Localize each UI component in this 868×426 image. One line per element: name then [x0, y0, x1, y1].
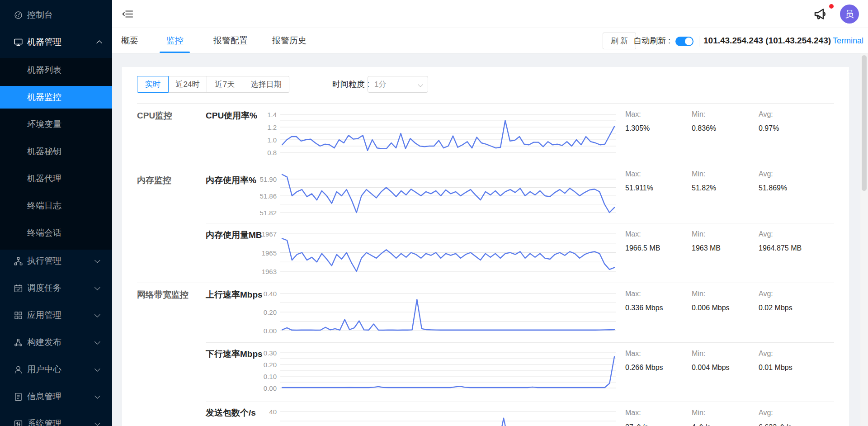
terminal-link[interactable]: Terminal: [833, 28, 863, 53]
sidebar-item-label: 系统管理: [27, 418, 61, 426]
auto-refresh-label: 自动刷新 :: [633, 28, 670, 53]
sidebar-item-env-vars[interactable]: 环境变量: [0, 113, 112, 136]
monitor-row-2: 内存使用量MB196719651963Max:1966.5 MBMin:1963…: [122, 223, 849, 283]
sidebar-item-app-management[interactable]: 应用管理: [0, 304, 112, 327]
sidebar-item-exec-management[interactable]: 执行管理: [0, 250, 112, 272]
max-value: 0.266 Mbps: [625, 364, 663, 372]
max-value: 27 个/s: [625, 423, 648, 426]
chevron-down-icon: [94, 312, 100, 317]
group-label: CPU监控: [137, 110, 172, 122]
monitor-row-4: 下行速率Mbps0.300.200.100.00Max:0.266 MbpsMi…: [122, 342, 849, 402]
avg-label: Avg:: [759, 170, 773, 178]
toggle-knob: [685, 38, 693, 45]
y-tick: 1.2: [267, 123, 277, 131]
console-icon: [14, 10, 24, 20]
max-label: Max:: [625, 290, 641, 298]
sidebar-item-schedule-tasks[interactable]: 调度任务: [0, 277, 112, 299]
row-divider: [206, 402, 834, 402]
y-tick: 0.00: [264, 327, 277, 335]
max-label: Max:: [625, 170, 641, 178]
min-label: Min:: [692, 230, 705, 238]
tab-监控[interactable]: 监控: [166, 28, 184, 53]
sidebar-item-label: 应用管理: [27, 309, 61, 321]
y-tick: 1963: [262, 268, 277, 275]
tab-概要[interactable]: 概要: [121, 28, 138, 53]
divider: [825, 36, 825, 47]
sidebar-item-label: 环境变量: [27, 118, 61, 130]
sidebar-item-system-management[interactable]: 系统管理: [0, 412, 112, 426]
sidebar-item-user-center[interactable]: 用户中心: [0, 358, 112, 381]
time-range-group: 实时近24时近7天选择日期: [137, 76, 289, 93]
y-tick: 1965: [262, 249, 277, 256]
min-value: 1963 MB: [692, 244, 721, 252]
min-value: 51.82%: [692, 184, 716, 192]
min-value: 0.836%: [692, 124, 716, 133]
sidebar-item-terminal-sessions[interactable]: 终端会话: [0, 222, 112, 244]
tab-报警配置[interactable]: 报警配置: [213, 28, 248, 53]
scrollbar-thumb[interactable]: [862, 55, 867, 191]
sidebar-item-label: 机器列表: [27, 64, 61, 76]
avg-label: Avg:: [759, 290, 773, 298]
monitor-card: 实时近24时近7天选择日期 时间粒度 : 1分 CPU监控CPU使用率%1.41…: [122, 67, 849, 426]
avg-label: Avg:: [759, 350, 773, 358]
y-tick: 0.8: [267, 149, 277, 156]
top-header: 员: [112, 0, 868, 28]
sidebar-item-info-management[interactable]: 信息管理: [0, 385, 112, 408]
line-chart-2: [280, 230, 616, 275]
sidebar-item-machine-keys[interactable]: 机器秘钥: [0, 140, 112, 163]
chevron-down-icon: [94, 284, 100, 290]
avg-value: 6.633 个/s: [759, 423, 792, 426]
granularity-value: 1分: [374, 80, 386, 89]
metric-label: 内存使用量MB: [206, 229, 262, 241]
sidebar-item-terminal-logs[interactable]: 终端日志: [0, 194, 112, 217]
avatar[interactable]: 员: [840, 5, 859, 24]
refresh-button[interactable]: 刷 新: [603, 33, 636, 49]
row-divider: [206, 223, 834, 223]
min-value: 0.006 Mbps: [692, 304, 730, 312]
line-chart-5: [280, 408, 616, 426]
sidebar-item-machine-list[interactable]: 机器列表: [0, 59, 112, 81]
sidebar-item-label: 机器代理: [27, 173, 61, 185]
monitor-row-1: 内存监控内存使用率%51.9051.8651.82Max:51.911%Min:…: [122, 163, 849, 223]
metric-label: 下行速率Mbps: [206, 348, 263, 360]
line-chart-1: [280, 175, 616, 216]
chevron-down-icon: [94, 339, 100, 345]
active-tab-underline: [160, 52, 190, 53]
y-tick: 1967: [262, 230, 277, 238]
app-management-icon: [14, 310, 24, 320]
y-tick: 0.40: [264, 290, 277, 298]
sidebar-item-label: 终端日志: [27, 200, 61, 212]
granularity-select[interactable]: 1分: [368, 76, 428, 93]
range-button-近7天[interactable]: 近7天: [207, 76, 243, 93]
metric-label: 内存使用率%: [206, 175, 256, 186]
range-button-选择日期[interactable]: 选择日期: [243, 76, 289, 93]
range-button-实时[interactable]: 实时: [137, 76, 169, 93]
vertical-scrollbar[interactable]: [860, 53, 868, 426]
machine-management-submenu: 机器列表机器监控环境变量机器秘钥机器代理终端日志终端会话: [0, 58, 112, 250]
y-tick: 0.20: [264, 361, 277, 369]
sidebar-item-label: 机器监控: [27, 91, 61, 103]
max-label: Max:: [625, 230, 641, 238]
y-tick: 40: [269, 408, 277, 416]
sidebar-item-machine-management[interactable]: 机器管理: [0, 31, 112, 53]
tab-报警历史[interactable]: 报警历史: [272, 28, 307, 53]
sidebar-item-machine-monitor[interactable]: 机器监控: [0, 86, 112, 109]
max-value: 1966.5 MB: [625, 244, 660, 252]
notification-megaphone-icon[interactable]: [812, 6, 830, 23]
collapse-sidebar-icon[interactable]: [122, 8, 134, 20]
sidebar-item-machine-agent[interactable]: 机器代理: [0, 167, 112, 190]
build-release-icon: [14, 337, 24, 347]
avg-value: 0.97%: [759, 124, 779, 133]
range-button-近24时[interactable]: 近24时: [169, 76, 207, 93]
auto-refresh-toggle[interactable]: [675, 37, 693, 46]
y-tick: 51.86: [259, 192, 277, 200]
info-management-icon: [14, 392, 24, 402]
max-value: 0.336 Mbps: [625, 304, 663, 312]
sidebar-item-console[interactable]: 控制台: [0, 4, 112, 26]
max-label: Max:: [625, 110, 641, 118]
chevron-down-icon: [418, 82, 423, 87]
min-value: 0.004 Mbps: [692, 364, 730, 372]
sidebar-item-build-release[interactable]: 构建发布: [0, 331, 112, 354]
machine-management-icon: [14, 37, 24, 47]
y-tick: 1.0: [267, 136, 277, 144]
